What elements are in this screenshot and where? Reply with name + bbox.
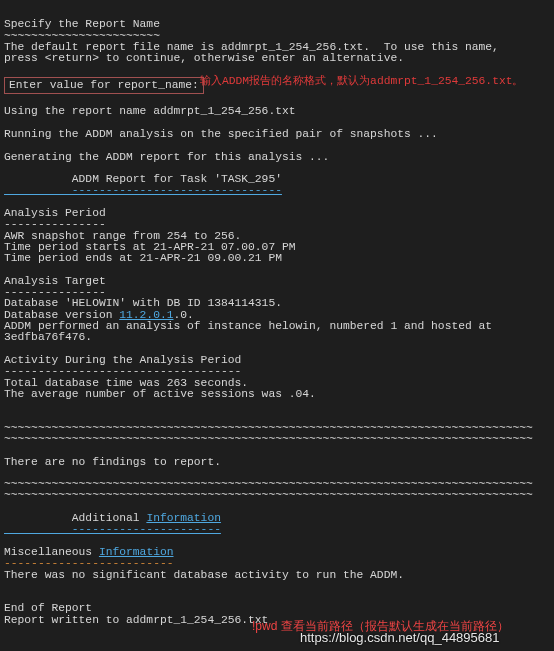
section-title: Specify the Report Name [4,18,160,30]
rule: ----------------------------------- [4,365,241,377]
output-line: There was no significant database activi… [4,569,404,581]
output-line: 3edfba76f476. [4,331,92,343]
output-line: Time period ends at 21-APR-21 09.00.21 P… [4,252,282,264]
rule: --------------- [4,286,106,298]
output-line: The average number of active sessions wa… [4,388,316,400]
desc-line: The default report file name is addmrpt_… [4,41,499,53]
output-line: Database 'HELOWIN' with DB ID 1384114315… [4,297,282,309]
report-name-prompt[interactable]: Enter value for report_name: [4,77,204,94]
annotation-red: 输入ADDM报告的名称格式，默认为addmrpt_1_254_256.txt。 [200,76,523,87]
rule: --------------- [4,218,106,230]
output-line: Running the ADDM analysis on the specifi… [4,128,438,140]
section-title: Miscellaneous Information [4,546,174,558]
info-link[interactable]: Information [99,546,174,558]
section-title: Activity During the Analysis Period [4,354,241,366]
info-link[interactable]: Information [146,512,221,524]
rule: ~~~~~~~~~~~~~~~~~~~~~~~~~~~~~~~~~~~~~~~~… [4,489,533,501]
rule: ~~~~~~~~~~~~~~~~~~~~~~~~~~~~~~~~~~~~~~~~… [4,478,533,490]
rule: ------------------------- [4,557,173,569]
desc-line: press <return> to continue, otherwise en… [4,52,404,64]
output-line: End of Report [4,602,92,614]
section-title: Analysis Target [4,275,106,287]
section-title: Additional Information [4,512,221,524]
output-line: Generating the ADDM report for this anal… [4,151,329,163]
rule: ---------------------- [4,523,221,535]
watermark-url: https://blog.csdn.net/qq_44895681 [300,630,500,645]
output-line: There are no findings to report. [4,456,221,468]
task-title: ADDM Report for Task 'TASK_295' [4,173,282,185]
terminal-output: Specify the Report Name ~~~~~~~~~~~~~~~~… [0,0,554,630]
output-line: ADDM performed an analysis of instance h… [4,320,492,332]
rule: ~~~~~~~~~~~~~~~~~~~~~~~ [4,30,160,42]
db-version-link[interactable]: 11.2.0.1 [119,309,173,321]
output-line: Time period starts at 21-APR-21 07.00.07… [4,241,296,253]
section-title: Analysis Period [4,207,106,219]
output-line: AWR snapshot range from 254 to 256. [4,230,241,242]
output-line: Database version 11.2.0.1.0. [4,309,194,321]
rule: ~~~~~~~~~~~~~~~~~~~~~~~~~~~~~~~~~~~~~~~~… [4,433,533,445]
output-line: Report written to addmrpt_1_254_256.txt [4,614,268,626]
output-line: Total database time was 263 seconds. [4,377,248,389]
rule: ------------------------------- [4,184,282,196]
rule: ~~~~~~~~~~~~~~~~~~~~~~~~~~~~~~~~~~~~~~~~… [4,422,533,434]
output-line: Using the report name addmrpt_1_254_256.… [4,105,296,117]
